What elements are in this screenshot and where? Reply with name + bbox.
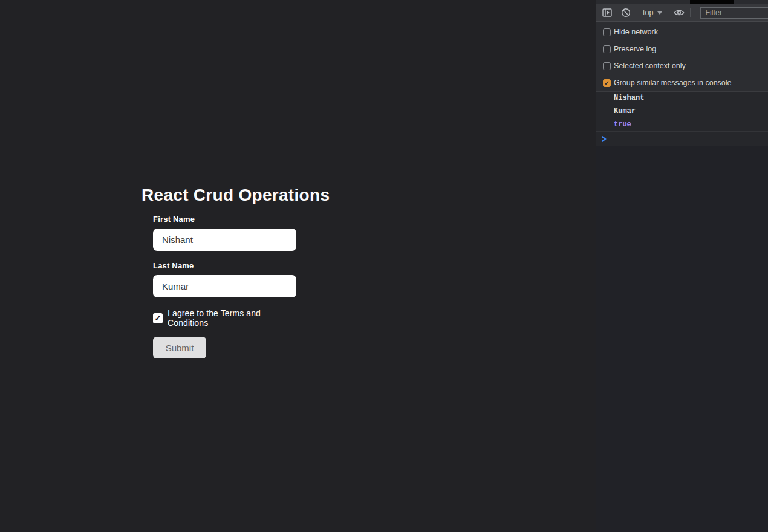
selected-context-only-checkbox[interactable] xyxy=(603,62,611,70)
group-similar-label: Group similar messages in console xyxy=(614,79,732,87)
console-prompt-chevron-icon xyxy=(601,136,607,142)
group-similar-checkbox[interactable] xyxy=(603,79,611,87)
console-log-row: Kumar xyxy=(596,105,768,118)
toolbar-separator xyxy=(690,8,691,17)
chevron-down-icon xyxy=(657,11,662,15)
hide-network-label: Hide network xyxy=(614,28,658,36)
first-name-input[interactable] xyxy=(153,229,296,251)
preserve-log-checkbox[interactable] xyxy=(603,45,611,53)
console-prompt[interactable] xyxy=(596,132,768,146)
console-filter-input[interactable] xyxy=(700,7,768,19)
console-toolbar: top xyxy=(596,4,768,22)
last-name-input[interactable] xyxy=(153,275,296,297)
console-messages-area: Nishant Kumar true xyxy=(596,92,768,532)
preserve-log-label: Preserve log xyxy=(614,45,656,53)
terms-checkbox[interactable] xyxy=(153,313,163,323)
context-selector-label: top xyxy=(643,8,653,17)
crud-form: First Name Last Name I agree to the Term… xyxy=(153,215,296,358)
first-name-label: First Name xyxy=(153,215,296,224)
devtools-tabbar-sliver xyxy=(596,0,768,4)
setting-preserve-log[interactable]: Preserve log xyxy=(596,41,768,57)
page-title: React Crud Operations xyxy=(142,185,330,206)
devtools-tabbar-black-segment xyxy=(690,0,734,4)
setting-selected-context-only[interactable]: Selected context only xyxy=(596,57,768,74)
live-expression-eye-icon[interactable] xyxy=(674,7,685,18)
hide-network-checkbox[interactable] xyxy=(603,28,611,36)
setting-hide-network[interactable]: Hide network xyxy=(596,24,768,41)
first-name-field-group: First Name xyxy=(153,215,296,251)
toolbar-separator xyxy=(668,8,668,17)
app-page: React Crud Operations First Name Last Na… xyxy=(0,0,596,532)
toolbar-separator xyxy=(637,8,637,17)
console-log-row: true xyxy=(596,118,768,132)
last-name-field-group: Last Name xyxy=(153,261,296,297)
terms-checkbox-label: I agree to the Terms and Conditions xyxy=(168,308,296,328)
terms-agree-row: I agree to the Terms and Conditions xyxy=(153,308,296,328)
console-settings-pane: Hide network Preserve log Selected conte… xyxy=(596,22,768,92)
context-selector-dropdown[interactable]: top xyxy=(643,8,662,17)
devtools-console-panel: top Hide network Preserve log Selected c… xyxy=(596,0,768,532)
console-log-row: Nishant xyxy=(596,92,768,105)
submit-button[interactable]: Submit xyxy=(153,337,206,358)
last-name-label: Last Name xyxy=(153,261,296,270)
setting-group-similar[interactable]: Group similar messages in console xyxy=(596,74,768,91)
selected-context-only-label: Selected context only xyxy=(614,62,686,70)
console-empty-space[interactable] xyxy=(596,146,768,532)
console-sidebar-toggle-icon[interactable] xyxy=(602,7,613,18)
clear-console-icon[interactable] xyxy=(620,7,631,18)
